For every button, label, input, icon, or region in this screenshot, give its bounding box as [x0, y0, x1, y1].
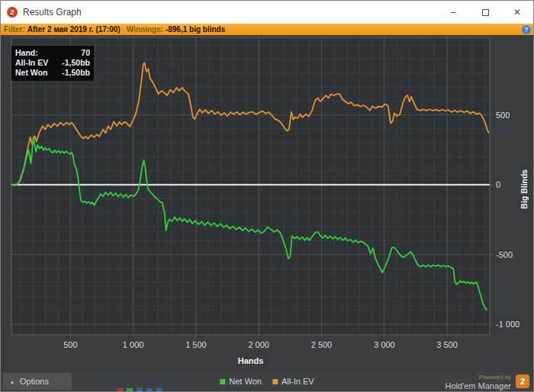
y-tick-label: 500	[496, 111, 510, 120]
window-title: Results Graph	[23, 7, 82, 18]
brand-label: Hold'em Manager	[446, 381, 511, 390]
maximize-button[interactable]	[469, 1, 501, 24]
net-won-swatch-icon	[220, 379, 225, 384]
help-icon[interactable]: ?	[522, 25, 531, 34]
tooltip-networn-value: -1,50bb	[62, 68, 90, 78]
title-bar[interactable]: 2 Results Graph – ✕	[1, 1, 533, 24]
y-tick-label: -500	[496, 250, 513, 259]
bottom-bar: ▴ Options Net Won All-In EV Powered by H…	[2, 372, 532, 390]
options-button[interactable]: ▴ Options	[3, 373, 72, 390]
x-tick-label: 2 000	[248, 340, 269, 349]
options-label: Options	[20, 377, 49, 386]
legend-net-won-label: Net Won	[229, 377, 262, 386]
minimize-button[interactable]: –	[437, 1, 469, 24]
tooltip-hand-label: Hand:	[15, 48, 38, 58]
filter-value: After 2 мая 2019 г. (17:00)	[27, 25, 121, 34]
x-tick-label: 3 500	[436, 340, 458, 349]
x-tick-label: 1 000	[123, 340, 144, 349]
cutoff-window-fragments	[117, 388, 162, 391]
legend-item-allin-ev: All-In EV	[272, 377, 314, 386]
allin-ev-swatch-icon	[272, 379, 278, 384]
y-tick-label: 0	[496, 180, 500, 189]
tooltip-ev-label: All-In EV	[15, 58, 48, 68]
powered-by-block: Powered by Hold'em Manager 2	[446, 374, 529, 390]
tooltip-ev-value: -1,50bb	[62, 58, 90, 68]
results-graph-window: 2 Results Graph – ✕ Filter: After 2 мая …	[0, 0, 534, 392]
x-tick-label: 2 500	[311, 340, 333, 349]
results-graph-svg[interactable]: 5001 0001 5002 0002 5003 0003 5005000-50…	[1, 35, 534, 375]
tooltip-networn-label: Net Won	[15, 68, 47, 78]
hand-tooltip: Hand:70 All-In EV-1,50bb Net Won-1,50bb	[11, 46, 94, 81]
tooltip-hand-value: 70	[81, 48, 90, 58]
filter-bar: Filter: After 2 мая 2019 г. (17:00) Winn…	[1, 24, 533, 35]
x-axis-label: Hands	[238, 356, 264, 365]
maximize-icon	[482, 9, 489, 16]
filter-label: Filter:	[4, 25, 25, 34]
hm2-logo-icon: 2	[516, 374, 529, 388]
x-tick-label: 1 500	[185, 340, 207, 349]
y-tick-label: -1 000	[496, 320, 520, 329]
x-tick-label: 3 000	[374, 340, 395, 349]
legend-item-net-won: Net Won	[220, 377, 262, 386]
hm2-app-icon: 2	[7, 7, 18, 18]
close-button[interactable]: ✕	[501, 1, 533, 24]
chart-area[interactable]: 5001 0001 5002 0002 5003 0003 5005000-50…	[1, 35, 534, 375]
collapse-caret-icon: ▴	[11, 378, 14, 385]
x-tick-label: 500	[63, 340, 77, 349]
chart-legend: Net Won All-In EV	[220, 377, 314, 386]
y-axis-label: Big Blinds	[520, 169, 529, 209]
powered-by-label: Powered by	[446, 374, 511, 381]
winnings-label: Winnings:	[127, 25, 163, 34]
legend-allin-ev-label: All-In EV	[281, 377, 314, 386]
winnings-value: -896,1 big blinds	[166, 25, 225, 34]
